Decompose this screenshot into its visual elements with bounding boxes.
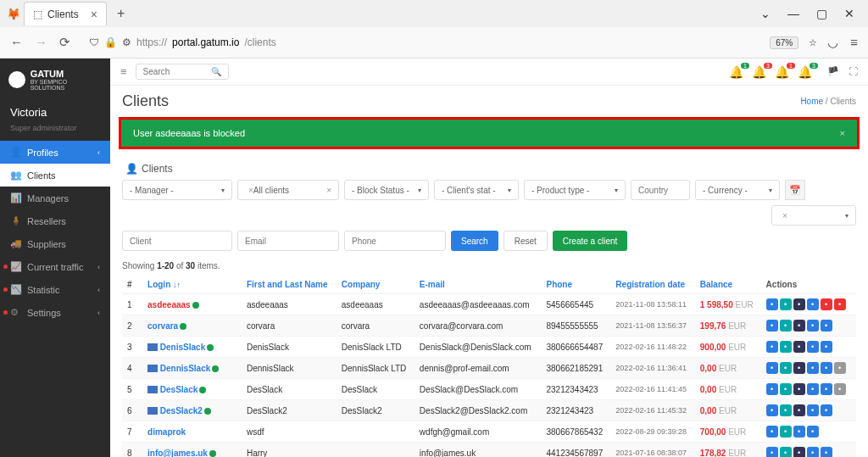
login-link[interactable]: DenisSlack xyxy=(160,343,205,352)
login-link[interactable]: info@james.uk xyxy=(147,449,208,458)
action-icon[interactable]: • xyxy=(793,341,805,353)
action-icon[interactable]: • xyxy=(834,383,846,395)
filter-blockstatus[interactable]: - Block Status -▾ xyxy=(344,180,429,200)
filter-email-input[interactable] xyxy=(237,231,339,251)
action-icon[interactable]: • xyxy=(766,320,778,332)
filter-phone-input[interactable] xyxy=(344,231,446,251)
sidebar-item-managers[interactable]: 📊Managers xyxy=(0,187,110,209)
tab-close-icon[interactable]: × xyxy=(91,8,97,21)
permissions-icon[interactable]: ⚙ xyxy=(122,36,131,48)
flag-icon[interactable]: 🏴 xyxy=(827,66,839,76)
action-icon[interactable]: • xyxy=(766,341,778,353)
new-tab-button[interactable]: + xyxy=(110,6,131,21)
notification-badge[interactable]: 🔔1 xyxy=(729,65,743,79)
action-icon[interactable]: • xyxy=(807,426,819,437)
action-icon[interactable]: • xyxy=(766,298,778,310)
sidebar-item-settings[interactable]: ⚙Settings‹ xyxy=(0,301,110,324)
filter-allclients[interactable]: ×All clients× xyxy=(237,180,339,200)
col-company[interactable]: Company xyxy=(337,276,415,294)
filter-currency[interactable]: - Currency -▾ xyxy=(695,180,780,200)
action-icon[interactable]: • xyxy=(821,298,832,310)
action-icon[interactable]: • xyxy=(834,362,846,374)
action-icon[interactable]: • xyxy=(793,426,805,437)
action-icon[interactable]: • xyxy=(807,383,819,395)
action-icon[interactable]: • xyxy=(793,362,805,374)
notification-badge[interactable]: 🔔3 xyxy=(752,65,766,79)
maximize-icon[interactable]: ▢ xyxy=(816,7,827,20)
action-icon[interactable]: • xyxy=(766,383,778,395)
pocket-icon[interactable]: ◡ xyxy=(827,35,838,50)
action-icon[interactable]: • xyxy=(821,341,832,353)
expand-icon[interactable]: ⛶ xyxy=(849,66,858,76)
shield-icon[interactable]: 🛡 xyxy=(89,36,99,48)
filter-country[interactable] xyxy=(631,180,690,200)
breadcrumb-home[interactable]: Home xyxy=(800,97,823,106)
close-icon[interactable]: ✕ xyxy=(844,7,854,20)
notification-badge[interactable]: 🔔1 xyxy=(775,65,789,79)
action-icon[interactable]: • xyxy=(807,404,819,416)
col-registration-date[interactable]: Registration date xyxy=(610,276,694,294)
action-icon[interactable]: • xyxy=(780,362,792,374)
action-icon[interactable]: • xyxy=(793,404,805,416)
back-icon[interactable]: ← xyxy=(10,35,23,50)
action-icon[interactable]: • xyxy=(807,447,819,457)
col-phone[interactable]: Phone xyxy=(541,276,610,294)
action-icon[interactable]: • xyxy=(821,447,832,457)
filter-client-input[interactable] xyxy=(122,231,232,251)
action-icon[interactable]: • xyxy=(793,447,805,457)
menu-icon[interactable]: ≡ xyxy=(850,35,858,50)
action-icon[interactable]: • xyxy=(793,320,805,332)
top-search-input[interactable] xyxy=(143,67,211,76)
minimize-icon[interactable]: — xyxy=(787,7,799,20)
alert-close-icon[interactable]: × xyxy=(840,128,845,138)
action-icon[interactable]: • xyxy=(793,383,805,395)
top-search[interactable]: 🔍 xyxy=(136,64,229,80)
action-icon[interactable]: • xyxy=(807,320,819,332)
action-icon[interactable]: • xyxy=(780,447,792,457)
action-icon[interactable]: • xyxy=(807,362,819,374)
reset-button[interactable]: Reset xyxy=(504,231,548,251)
zoom-badge[interactable]: 67% xyxy=(770,36,798,49)
search-button[interactable]: Search xyxy=(451,231,498,251)
action-icon[interactable]: • xyxy=(780,404,792,416)
action-icon[interactable]: • xyxy=(807,298,819,310)
filter-manager[interactable]: - Manager -▾ xyxy=(122,180,232,200)
search-icon[interactable]: 🔍 xyxy=(211,67,221,76)
browser-tab[interactable]: ⬚ Clients × xyxy=(24,2,107,25)
action-icon[interactable]: • xyxy=(780,320,792,332)
action-icon[interactable]: • xyxy=(780,426,792,437)
login-link[interactable]: DesSlack2 xyxy=(160,406,203,415)
bookmark-icon[interactable]: ☆ xyxy=(809,37,817,48)
sidebar-item-suppliers[interactable]: 🚚Suppliers xyxy=(0,232,110,255)
action-icon[interactable]: • xyxy=(780,341,792,353)
col-balance[interactable]: Balance xyxy=(695,276,761,294)
action-icon[interactable]: • xyxy=(807,341,819,353)
reload-icon[interactable]: ⟳ xyxy=(59,35,70,50)
filter-producttype[interactable]: - Product type -▾ xyxy=(524,180,626,200)
lock-icon[interactable]: 🔒 xyxy=(104,36,117,48)
action-icon[interactable]: • xyxy=(821,362,832,374)
action-icon[interactable]: • xyxy=(766,447,778,457)
col-first-and-last-name[interactable]: First and Last Name xyxy=(242,276,337,294)
chevron-down-icon[interactable]: ⌄ xyxy=(760,7,771,20)
sidebar-item-statistic[interactable]: 📉Statistic‹ xyxy=(0,278,110,301)
action-icon[interactable]: • xyxy=(766,426,778,437)
create-client-button[interactable]: Create a client xyxy=(553,231,627,251)
login-link[interactable]: DennisSlack xyxy=(160,364,210,373)
action-icon[interactable]: • xyxy=(766,404,778,416)
action-icon[interactable]: • xyxy=(834,298,846,310)
action-icon[interactable]: • xyxy=(821,404,832,416)
action-icon[interactable]: • xyxy=(821,320,832,332)
col-login[interactable]: Login ↓↑ xyxy=(142,276,242,294)
url-field[interactable]: 🛡 🔒 ⚙ https://portal.gatum.io/clients xyxy=(81,36,760,48)
login-link[interactable]: DesSlack xyxy=(160,385,198,394)
calendar-icon[interactable]: 📅 xyxy=(785,180,805,200)
login-link[interactable]: dimaprok xyxy=(147,427,186,437)
action-icon[interactable]: • xyxy=(780,383,792,395)
hamburger-icon[interactable]: ≡ xyxy=(120,65,127,78)
action-icon[interactable]: • xyxy=(766,362,778,374)
sidebar-item-current-traffic[interactable]: 📈Current traffic‹ xyxy=(0,255,110,278)
filter-clientstat[interactable]: - Client's stat -▾ xyxy=(434,180,519,200)
col-e-mail[interactable]: E-mail xyxy=(415,276,542,294)
action-icon[interactable]: • xyxy=(780,298,792,310)
